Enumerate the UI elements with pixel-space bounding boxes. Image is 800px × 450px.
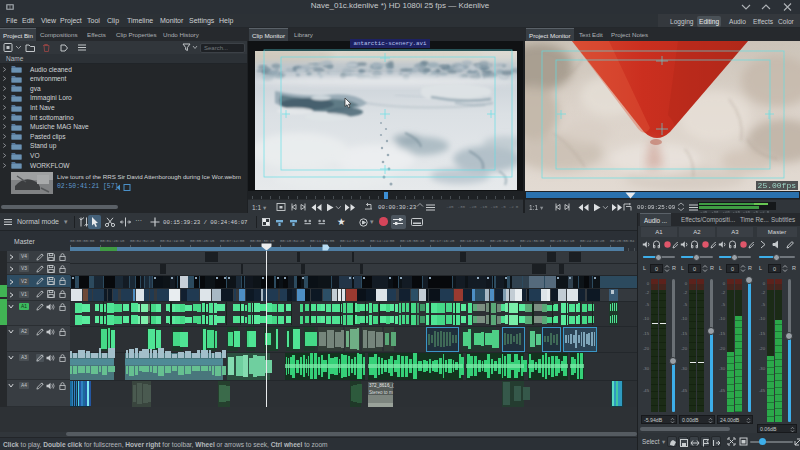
svg-text:372_8616_(: 372_8616_(: [369, 383, 394, 388]
svg-text:Stereo to m: Stereo to m: [369, 390, 393, 395]
